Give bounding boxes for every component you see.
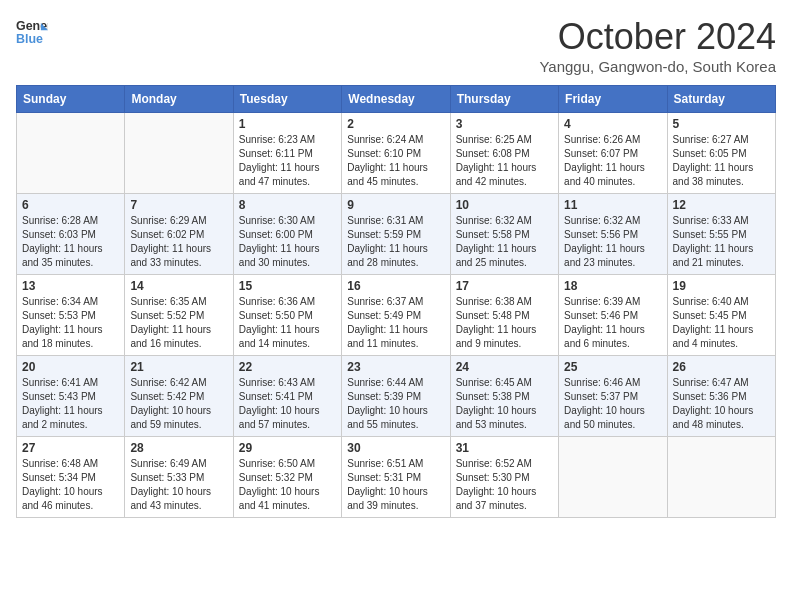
table-row: 19Sunrise: 6:40 AM Sunset: 5:45 PM Dayli…: [667, 275, 775, 356]
day-info: Sunrise: 6:50 AM Sunset: 5:32 PM Dayligh…: [239, 457, 336, 513]
day-number: 8: [239, 198, 336, 212]
table-row: 29Sunrise: 6:50 AM Sunset: 5:32 PM Dayli…: [233, 437, 341, 518]
table-row: 17Sunrise: 6:38 AM Sunset: 5:48 PM Dayli…: [450, 275, 558, 356]
table-row: 6Sunrise: 6:28 AM Sunset: 6:03 PM Daylig…: [17, 194, 125, 275]
table-row: 14Sunrise: 6:35 AM Sunset: 5:52 PM Dayli…: [125, 275, 233, 356]
logo-icon: General Blue: [16, 16, 48, 48]
day-info: Sunrise: 6:37 AM Sunset: 5:49 PM Dayligh…: [347, 295, 444, 351]
calendar-table: Sunday Monday Tuesday Wednesday Thursday…: [16, 85, 776, 518]
day-info: Sunrise: 6:52 AM Sunset: 5:30 PM Dayligh…: [456, 457, 553, 513]
day-number: 15: [239, 279, 336, 293]
day-number: 27: [22, 441, 119, 455]
day-info: Sunrise: 6:32 AM Sunset: 5:58 PM Dayligh…: [456, 214, 553, 270]
table-row: 5Sunrise: 6:27 AM Sunset: 6:05 PM Daylig…: [667, 113, 775, 194]
table-row: 8Sunrise: 6:30 AM Sunset: 6:00 PM Daylig…: [233, 194, 341, 275]
day-info: Sunrise: 6:40 AM Sunset: 5:45 PM Dayligh…: [673, 295, 770, 351]
day-info: Sunrise: 6:34 AM Sunset: 5:53 PM Dayligh…: [22, 295, 119, 351]
day-number: 21: [130, 360, 227, 374]
day-info: Sunrise: 6:41 AM Sunset: 5:43 PM Dayligh…: [22, 376, 119, 432]
table-row: [17, 113, 125, 194]
day-number: 3: [456, 117, 553, 131]
table-row: 27Sunrise: 6:48 AM Sunset: 5:34 PM Dayli…: [17, 437, 125, 518]
day-number: 22: [239, 360, 336, 374]
day-info: Sunrise: 6:46 AM Sunset: 5:37 PM Dayligh…: [564, 376, 661, 432]
day-number: 26: [673, 360, 770, 374]
day-number: 1: [239, 117, 336, 131]
day-info: Sunrise: 6:27 AM Sunset: 6:05 PM Dayligh…: [673, 133, 770, 189]
day-info: Sunrise: 6:26 AM Sunset: 6:07 PM Dayligh…: [564, 133, 661, 189]
day-number: 2: [347, 117, 444, 131]
location: Yanggu, Gangwon-do, South Korea: [539, 58, 776, 75]
col-friday: Friday: [559, 86, 667, 113]
day-number: 29: [239, 441, 336, 455]
day-info: Sunrise: 6:42 AM Sunset: 5:42 PM Dayligh…: [130, 376, 227, 432]
table-row: 28Sunrise: 6:49 AM Sunset: 5:33 PM Dayli…: [125, 437, 233, 518]
day-info: Sunrise: 6:38 AM Sunset: 5:48 PM Dayligh…: [456, 295, 553, 351]
day-number: 28: [130, 441, 227, 455]
table-row: 18Sunrise: 6:39 AM Sunset: 5:46 PM Dayli…: [559, 275, 667, 356]
day-number: 5: [673, 117, 770, 131]
day-info: Sunrise: 6:45 AM Sunset: 5:38 PM Dayligh…: [456, 376, 553, 432]
day-info: Sunrise: 6:30 AM Sunset: 6:00 PM Dayligh…: [239, 214, 336, 270]
table-row: [667, 437, 775, 518]
table-row: 30Sunrise: 6:51 AM Sunset: 5:31 PM Dayli…: [342, 437, 450, 518]
table-row: 20Sunrise: 6:41 AM Sunset: 5:43 PM Dayli…: [17, 356, 125, 437]
day-number: 4: [564, 117, 661, 131]
day-info: Sunrise: 6:25 AM Sunset: 6:08 PM Dayligh…: [456, 133, 553, 189]
page-header: General Blue October 2024 Yanggu, Gangwo…: [16, 16, 776, 75]
day-number: 17: [456, 279, 553, 293]
day-info: Sunrise: 6:39 AM Sunset: 5:46 PM Dayligh…: [564, 295, 661, 351]
day-number: 30: [347, 441, 444, 455]
day-number: 20: [22, 360, 119, 374]
day-number: 14: [130, 279, 227, 293]
day-number: 24: [456, 360, 553, 374]
calendar-week-row: 1Sunrise: 6:23 AM Sunset: 6:11 PM Daylig…: [17, 113, 776, 194]
day-info: Sunrise: 6:43 AM Sunset: 5:41 PM Dayligh…: [239, 376, 336, 432]
table-row: 22Sunrise: 6:43 AM Sunset: 5:41 PM Dayli…: [233, 356, 341, 437]
table-row: 15Sunrise: 6:36 AM Sunset: 5:50 PM Dayli…: [233, 275, 341, 356]
day-number: 19: [673, 279, 770, 293]
logo: General Blue: [16, 16, 48, 48]
day-info: Sunrise: 6:49 AM Sunset: 5:33 PM Dayligh…: [130, 457, 227, 513]
day-number: 9: [347, 198, 444, 212]
col-thursday: Thursday: [450, 86, 558, 113]
day-number: 18: [564, 279, 661, 293]
day-number: 31: [456, 441, 553, 455]
col-monday: Monday: [125, 86, 233, 113]
table-row: [125, 113, 233, 194]
calendar-week-row: 20Sunrise: 6:41 AM Sunset: 5:43 PM Dayli…: [17, 356, 776, 437]
table-row: [559, 437, 667, 518]
table-row: 11Sunrise: 6:32 AM Sunset: 5:56 PM Dayli…: [559, 194, 667, 275]
table-row: 16Sunrise: 6:37 AM Sunset: 5:49 PM Dayli…: [342, 275, 450, 356]
day-info: Sunrise: 6:44 AM Sunset: 5:39 PM Dayligh…: [347, 376, 444, 432]
table-row: 9Sunrise: 6:31 AM Sunset: 5:59 PM Daylig…: [342, 194, 450, 275]
table-row: 1Sunrise: 6:23 AM Sunset: 6:11 PM Daylig…: [233, 113, 341, 194]
day-number: 16: [347, 279, 444, 293]
calendar-week-row: 27Sunrise: 6:48 AM Sunset: 5:34 PM Dayli…: [17, 437, 776, 518]
col-saturday: Saturday: [667, 86, 775, 113]
table-row: 13Sunrise: 6:34 AM Sunset: 5:53 PM Dayli…: [17, 275, 125, 356]
table-row: 24Sunrise: 6:45 AM Sunset: 5:38 PM Dayli…: [450, 356, 558, 437]
day-info: Sunrise: 6:36 AM Sunset: 5:50 PM Dayligh…: [239, 295, 336, 351]
day-number: 7: [130, 198, 227, 212]
day-number: 6: [22, 198, 119, 212]
day-info: Sunrise: 6:24 AM Sunset: 6:10 PM Dayligh…: [347, 133, 444, 189]
day-number: 10: [456, 198, 553, 212]
table-row: 26Sunrise: 6:47 AM Sunset: 5:36 PM Dayli…: [667, 356, 775, 437]
title-block: October 2024 Yanggu, Gangwon-do, South K…: [539, 16, 776, 75]
day-info: Sunrise: 6:33 AM Sunset: 5:55 PM Dayligh…: [673, 214, 770, 270]
day-number: 25: [564, 360, 661, 374]
day-info: Sunrise: 6:29 AM Sunset: 6:02 PM Dayligh…: [130, 214, 227, 270]
day-info: Sunrise: 6:51 AM Sunset: 5:31 PM Dayligh…: [347, 457, 444, 513]
col-tuesday: Tuesday: [233, 86, 341, 113]
table-row: 12Sunrise: 6:33 AM Sunset: 5:55 PM Dayli…: [667, 194, 775, 275]
day-number: 11: [564, 198, 661, 212]
day-info: Sunrise: 6:35 AM Sunset: 5:52 PM Dayligh…: [130, 295, 227, 351]
col-sunday: Sunday: [17, 86, 125, 113]
day-info: Sunrise: 6:23 AM Sunset: 6:11 PM Dayligh…: [239, 133, 336, 189]
day-number: 13: [22, 279, 119, 293]
svg-text:Blue: Blue: [16, 32, 43, 46]
table-row: 31Sunrise: 6:52 AM Sunset: 5:30 PM Dayli…: [450, 437, 558, 518]
month-title: October 2024: [539, 16, 776, 58]
day-info: Sunrise: 6:28 AM Sunset: 6:03 PM Dayligh…: [22, 214, 119, 270]
